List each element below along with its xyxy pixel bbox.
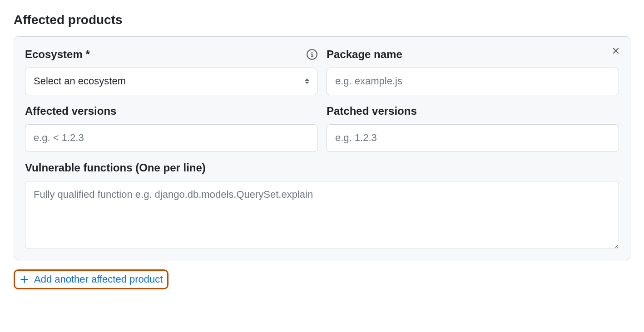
add-affected-product-button[interactable]: Add another affected product (14, 269, 168, 289)
vulnerable-functions-label: Vulnerable functions (One per line) (25, 161, 206, 174)
section-title: Affected products (14, 13, 630, 27)
package-name-label: Package name (327, 48, 402, 61)
package-name-input[interactable] (327, 68, 619, 95)
vulnerable-functions-textarea[interactable] (25, 181, 619, 249)
affected-versions-input[interactable] (25, 124, 317, 152)
patched-versions-label: Patched versions (327, 105, 417, 117)
close-card-button[interactable] (609, 44, 623, 59)
patched-versions-input[interactable] (327, 124, 619, 152)
close-icon (611, 46, 621, 58)
affected-product-card: Ecosystem * Select an ecosystem Package … (14, 36, 630, 260)
affected-versions-label: Affected versions (25, 105, 116, 117)
ecosystem-select[interactable]: Select an ecosystem (25, 68, 317, 95)
add-affected-product-label: Add another affected product (34, 273, 163, 285)
info-icon[interactable] (307, 49, 317, 60)
ecosystem-label: Ecosystem * (25, 48, 90, 61)
plus-icon (20, 274, 30, 284)
